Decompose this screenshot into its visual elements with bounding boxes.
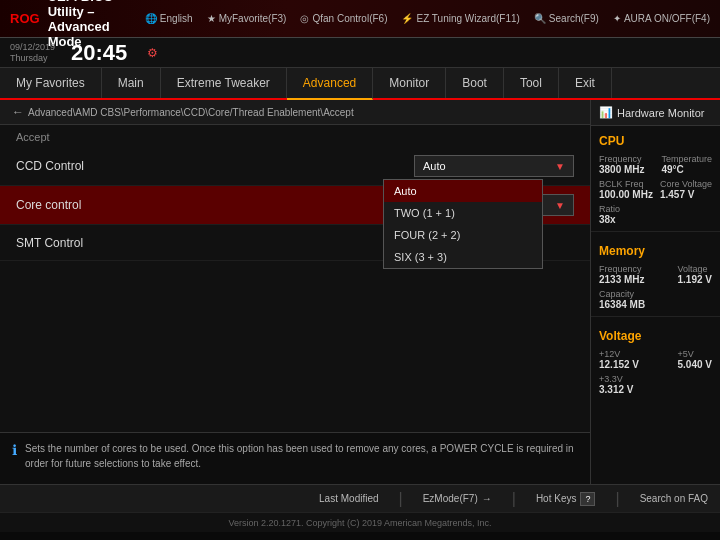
qfan-icon: ◎ xyxy=(300,13,309,24)
info-icon: ℹ xyxy=(12,442,17,458)
memory-section-title: Memory xyxy=(591,236,720,262)
hw-divider-1 xyxy=(591,231,720,232)
globe-icon: 🌐 xyxy=(145,13,157,24)
main-layout: ← Advanced\AMD CBS\Performance\CCD\Core/… xyxy=(0,100,720,484)
language-button[interactable]: 🌐 English xyxy=(145,13,193,24)
search-faq-button[interactable]: Search on FAQ xyxy=(640,493,708,504)
version-text: Version 2.20.1271. Copyright (C) 2019 Am… xyxy=(228,518,491,528)
monitor-icon: 📊 xyxy=(599,106,613,119)
nav-bar: My Favorites Main Extreme Tweaker Advanc… xyxy=(0,68,720,100)
hw-monitor-header: 📊 Hardware Monitor xyxy=(591,100,720,126)
footer-sep-1: | xyxy=(399,490,403,508)
cpu-ratio-row: Ratio 38x xyxy=(591,202,720,227)
mem-freq-value: 2133 MHz xyxy=(599,274,645,285)
aura-button[interactable]: ✦ AURA ON/OFF(F4) xyxy=(613,13,710,24)
dropdown-option-six[interactable]: SIX (3 + 3) xyxy=(384,246,542,268)
info-bar: ℹ Sets the number of cores to be used. O… xyxy=(0,432,590,484)
star-icon: ★ xyxy=(207,13,216,24)
nav-extreme-tweaker[interactable]: Extreme Tweaker xyxy=(161,68,287,98)
cpu-temp-label: Temperature xyxy=(661,154,712,164)
myfavorite-button[interactable]: ★ MyFavorite(F3) xyxy=(207,13,287,24)
core-voltage-value: 1.457 V xyxy=(660,189,712,200)
ccd-control-value: Auto xyxy=(423,160,446,172)
search-button[interactable]: 🔍 Search(F9) xyxy=(534,13,599,24)
ratio-label: Ratio xyxy=(599,204,620,214)
nav-advanced[interactable]: Advanced xyxy=(287,68,373,100)
ccd-control-dropdown-wrapper: Auto ▼ xyxy=(414,155,574,177)
core-voltage-label: Core Voltage xyxy=(660,179,712,189)
clock-display: 20:45 xyxy=(71,40,127,66)
nav-main[interactable]: Main xyxy=(102,68,161,98)
header-bar: ROG UEFI BIOS Utility – Advanced Mode 🌐 … xyxy=(0,0,720,38)
dropdown-option-auto[interactable]: Auto xyxy=(384,180,542,202)
hardware-monitor: 📊 Hardware Monitor CPU Frequency 3800 MH… xyxy=(590,100,720,484)
v33-label: +3.3V xyxy=(599,374,633,384)
last-modified-label: Last Modified xyxy=(319,493,378,504)
v12-label: +12V xyxy=(599,349,639,359)
bclk-value: 100.00 MHz xyxy=(599,189,653,200)
nav-my-favorites[interactable]: My Favorites xyxy=(0,68,102,98)
cpu-bclk-row: BCLK Freq 100.00 MHz Core Voltage 1.457 … xyxy=(591,177,720,202)
footer-bar: Last Modified | EzMode(F7) → | Hot Keys … xyxy=(0,484,720,512)
ez-label: EZ Tuning Wizard(F11) xyxy=(416,13,519,24)
hw-divider-2 xyxy=(591,316,720,317)
hot-keys-label: Hot Keys xyxy=(536,493,577,504)
cpu-freq-value: 3800 MHz xyxy=(599,164,645,175)
time-bar: 09/12/2019 Thursday 20:45 ⚙ xyxy=(0,38,720,68)
rog-logo: ROG xyxy=(10,11,40,26)
mem-capacity-row: Capacity 16384 MB xyxy=(591,287,720,312)
core-control-dropdown-menu: Auto TWO (1 + 1) FOUR (2 + 2) SIX (3 + 3… xyxy=(383,179,543,269)
ez-icon: ⚡ xyxy=(401,13,413,24)
search-label: Search(F9) xyxy=(549,13,599,24)
ez-tuning-button[interactable]: ⚡ EZ Tuning Wizard(F11) xyxy=(401,13,519,24)
mem-voltage-label: Voltage xyxy=(678,264,712,274)
v5-value: 5.040 V xyxy=(678,359,712,370)
ratio-value: 38x xyxy=(599,214,620,225)
hot-keys-key: ? xyxy=(580,492,595,506)
voltage-section-title: Voltage xyxy=(591,321,720,347)
qfan-label: Qfan Control(F6) xyxy=(312,13,387,24)
settings-gear-icon[interactable]: ⚙ xyxy=(147,46,158,60)
mem-freq-row: Frequency 2133 MHz Voltage 1.192 V xyxy=(591,262,720,287)
core-control-label: Core control xyxy=(16,198,414,212)
search-faq-label: Search on FAQ xyxy=(640,493,708,504)
core-dropdown-arrow-icon: ▼ xyxy=(555,200,565,211)
hw-monitor-title: Hardware Monitor xyxy=(617,107,704,119)
content-area: ← Advanced\AMD CBS\Performance\CCD\Core/… xyxy=(0,100,590,484)
ezmode-button[interactable]: EzMode(F7) → xyxy=(423,493,492,504)
myfavorite-label: MyFavorite(F3) xyxy=(219,13,287,24)
day-display: Thursday xyxy=(10,53,55,64)
nav-monitor[interactable]: Monitor xyxy=(373,68,446,98)
dropdown-option-four[interactable]: FOUR (2 + 2) xyxy=(384,224,542,246)
dropdown-option-two[interactable]: TWO (1 + 1) xyxy=(384,202,542,224)
nav-boot[interactable]: Boot xyxy=(446,68,504,98)
smt-control-label: SMT Control xyxy=(16,236,414,250)
nav-tool[interactable]: Tool xyxy=(504,68,559,98)
version-bar: Version 2.20.1271. Copyright (C) 2019 Am… xyxy=(0,512,720,532)
v5-label: +5V xyxy=(678,349,712,359)
v33-value: 3.312 V xyxy=(599,384,633,395)
hot-keys-button[interactable]: Hot Keys ? xyxy=(536,492,596,506)
ccd-control-label: CCD Control xyxy=(16,159,414,173)
ccd-dropdown-arrow-icon: ▼ xyxy=(555,161,565,172)
language-label: English xyxy=(160,13,193,24)
v12-value: 12.152 V xyxy=(599,359,639,370)
breadcrumb-path: Advanced\AMD CBS\Performance\CCD\Core/Th… xyxy=(28,107,354,118)
section-label: Accept xyxy=(0,125,590,147)
footer-sep-3: | xyxy=(615,490,619,508)
ccd-control-dropdown[interactable]: Auto ▼ xyxy=(414,155,574,177)
last-modified-item: Last Modified xyxy=(319,493,378,504)
search-icon: 🔍 xyxy=(534,13,546,24)
qfan-button[interactable]: ◎ Qfan Control(F6) xyxy=(300,13,387,24)
cpu-freq-label: Frequency xyxy=(599,154,645,164)
bclk-label: BCLK Freq xyxy=(599,179,653,189)
back-arrow-icon[interactable]: ← xyxy=(12,105,24,119)
v33-row: +3.3V 3.312 V xyxy=(591,372,720,397)
aura-label: AURA ON/OFF(F4) xyxy=(624,13,710,24)
mem-freq-label: Frequency xyxy=(599,264,645,274)
cpu-freq-row: Frequency 3800 MHz Temperature 49°C xyxy=(591,152,720,177)
footer-sep-2: | xyxy=(512,490,516,508)
settings-area: Accept CCD Control Auto ▼ Core control A… xyxy=(0,125,590,432)
nav-exit[interactable]: Exit xyxy=(559,68,612,98)
aura-icon: ✦ xyxy=(613,13,621,24)
